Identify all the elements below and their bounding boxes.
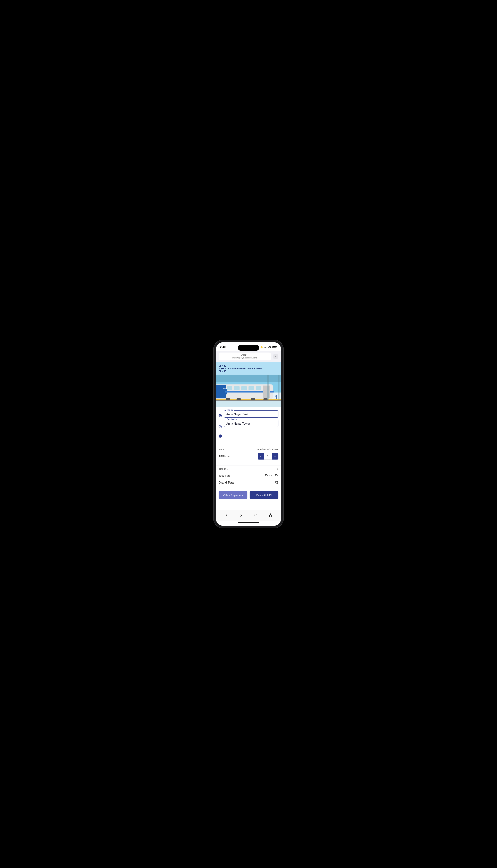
source-dot-icon bbox=[218, 414, 222, 417]
browser-url: https://appiyo.karix.solutions bbox=[221, 357, 269, 359]
signal-bars-icon bbox=[264, 346, 267, 348]
svg-rect-10 bbox=[216, 399, 281, 400]
decrease-ticket-button[interactable]: - bbox=[258, 453, 264, 460]
fare-header: Fare Number of Tickets bbox=[218, 448, 279, 451]
svg-rect-29 bbox=[267, 375, 269, 400]
cmrl-logo bbox=[218, 365, 226, 373]
source-label: Source bbox=[226, 409, 234, 411]
cmrl-org-name: CHENNAI METRO RAIL LIMITED bbox=[228, 367, 264, 370]
battery-icon bbox=[272, 346, 277, 349]
svg-rect-18 bbox=[248, 386, 254, 390]
fare-per-ticket: ₹8/Ticket bbox=[218, 455, 230, 458]
browser-site-name: CMRL bbox=[221, 354, 269, 357]
phone-frame: 2:40 🔔 bbox=[214, 340, 283, 528]
svg-point-31 bbox=[219, 425, 222, 428]
svg-rect-1 bbox=[276, 347, 277, 347]
route-line-top bbox=[220, 418, 221, 425]
fare-section: Fare Number of Tickets ₹8/Ticket - 1 + bbox=[216, 445, 281, 465]
browser-chrome: CMRL https://appiyo.karix.solutions × bbox=[216, 351, 281, 363]
svg-rect-26 bbox=[216, 400, 281, 401]
svg-text:A115: A115 bbox=[223, 388, 227, 390]
route-line-bottom bbox=[220, 429, 221, 434]
svg-rect-2 bbox=[273, 346, 276, 347]
bottom-navigation-bar bbox=[216, 510, 281, 521]
grand-total-value: ₹8 bbox=[275, 481, 279, 484]
form-area: Source Anna Nagar East Destination Anna … bbox=[216, 407, 281, 445]
svg-rect-32 bbox=[269, 515, 272, 517]
svg-point-5 bbox=[222, 368, 223, 369]
svg-rect-15 bbox=[227, 386, 232, 390]
wifi-icon bbox=[268, 346, 271, 349]
summary-section: Ticket(S) 1 Total Fare ₹8x 1 = ₹8 Grand … bbox=[216, 465, 281, 489]
destination-field[interactable]: Destination Anna Nagar Tower bbox=[224, 420, 279, 427]
pay-with-upi-button[interactable]: Pay with UPI bbox=[250, 491, 279, 499]
status-icons: 🔔 bbox=[260, 346, 277, 349]
route-fields: Source Anna Nagar East Destination Anna … bbox=[224, 410, 279, 438]
total-fare-row: Total Fare ₹8x 1 = ₹8 bbox=[218, 472, 279, 479]
tickets-label: Number of Tickets bbox=[257, 448, 279, 451]
forward-icon bbox=[239, 514, 243, 517]
status-time: 2:40 bbox=[220, 346, 226, 349]
browser-close-button[interactable]: × bbox=[273, 354, 279, 359]
svg-rect-28 bbox=[276, 397, 277, 399]
total-fare-value: ₹8x 1 = ₹8 bbox=[265, 474, 279, 477]
home-bar bbox=[238, 522, 259, 523]
grand-total-label: Grand Total bbox=[218, 481, 235, 484]
forward-button[interactable] bbox=[237, 513, 246, 519]
total-fare-label: Total Fare bbox=[218, 474, 231, 477]
tickets-summary-value: 1 bbox=[277, 467, 279, 470]
metro-icon bbox=[218, 425, 222, 428]
share-icon bbox=[269, 513, 272, 517]
destination-value: Anna Nagar Tower bbox=[226, 421, 276, 425]
train-illustration: A115 bbox=[216, 375, 281, 407]
browser-address-bar[interactable]: CMRL https://appiyo.karix.solutions bbox=[218, 352, 271, 361]
cmrl-header-banner: CHENNAI METRO RAIL LIMITED bbox=[216, 362, 281, 375]
svg-rect-17 bbox=[241, 386, 247, 390]
svg-rect-19 bbox=[256, 386, 261, 390]
back-icon bbox=[225, 514, 228, 517]
svg-rect-16 bbox=[234, 386, 240, 390]
route-selector: Source Anna Nagar East Destination Anna … bbox=[218, 410, 279, 438]
destination-dot-icon bbox=[218, 434, 222, 438]
svg-rect-20 bbox=[263, 386, 270, 398]
back-button[interactable] bbox=[222, 513, 231, 519]
ticket-counter: - 1 + bbox=[258, 453, 279, 460]
share-button[interactable] bbox=[266, 512, 275, 519]
dynamic-island bbox=[238, 345, 259, 351]
tickets-summary-row: Ticket(S) 1 bbox=[218, 465, 279, 472]
source-value: Anna Nagar East bbox=[226, 412, 276, 416]
svg-rect-8 bbox=[216, 375, 281, 382]
ticket-count: 1 bbox=[264, 453, 272, 460]
train-image: A115 bbox=[216, 375, 281, 407]
grand-total-row: Grand Total ₹8 bbox=[218, 479, 279, 486]
web-spacer bbox=[216, 503, 281, 510]
phone-screen: 2:40 🔔 bbox=[216, 342, 281, 526]
fare-label: Fare bbox=[218, 448, 224, 451]
svg-rect-30 bbox=[278, 375, 280, 400]
close-icon: × bbox=[275, 355, 276, 358]
reload-icon bbox=[254, 513, 258, 517]
source-field[interactable]: Source Anna Nagar East bbox=[224, 410, 279, 418]
fare-row: ₹8/Ticket - 1 + bbox=[218, 453, 279, 460]
home-indicator bbox=[216, 521, 281, 526]
payment-buttons: Other Payments Pay with UPI bbox=[216, 489, 281, 503]
reload-button[interactable] bbox=[251, 512, 261, 519]
tickets-summary-label: Ticket(S) bbox=[218, 467, 229, 470]
svg-rect-13 bbox=[216, 385, 226, 398]
other-payments-button[interactable]: Other Payments bbox=[218, 491, 247, 499]
increase-ticket-button[interactable]: + bbox=[272, 453, 279, 460]
destination-label: Destination bbox=[226, 418, 238, 421]
web-content: CHENNAI METRO RAIL LIMITED bbox=[216, 362, 281, 510]
svg-point-27 bbox=[275, 395, 277, 397]
route-icons bbox=[218, 410, 222, 438]
notification-icon: 🔔 bbox=[260, 346, 263, 348]
